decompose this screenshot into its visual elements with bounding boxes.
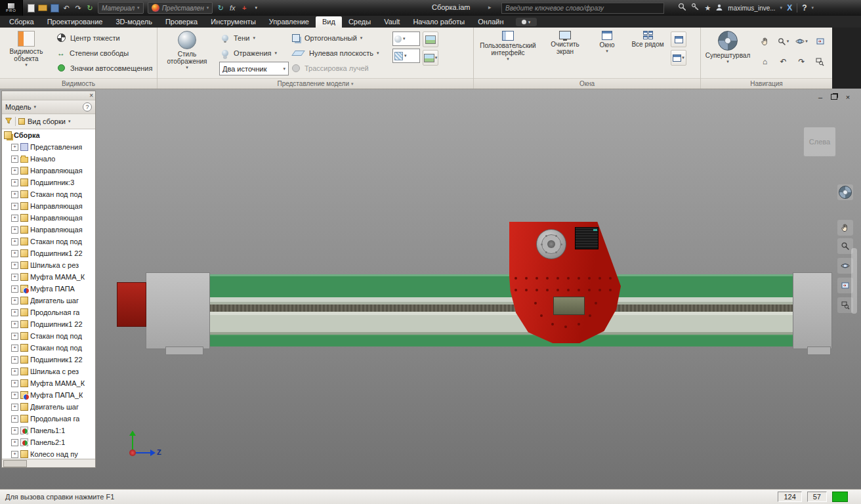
tile-all-button[interactable]: Все рядом (626, 29, 669, 48)
chevron-down-icon[interactable]: ▾ (68, 119, 71, 124)
tree-item[interactable]: +Колесо над пу (2, 448, 95, 459)
tree-item[interactable]: +Стакан под под (2, 342, 95, 354)
lead-screw[interactable] (146, 304, 832, 312)
tree-item[interactable]: +Стакан под под (2, 188, 95, 200)
mount-foot-left[interactable] (165, 346, 203, 355)
expand-toggle[interactable]: + (11, 439, 18, 446)
ribbon-display-toggle[interactable]: ▾ (516, 18, 537, 26)
expand-toggle[interactable]: + (11, 451, 18, 458)
tree-item[interactable]: +Панель2:1 (2, 436, 95, 448)
search-input[interactable] (501, 3, 664, 14)
ribbon-tab[interactable]: Вид (316, 16, 342, 28)
add-button[interactable]: + (239, 3, 249, 13)
tree-item[interactable]: +Подшипник1 22 (2, 354, 95, 366)
expand-toggle[interactable]: + (11, 309, 18, 316)
filter-icon[interactable] (5, 117, 12, 126)
degrees-of-freedom-button[interactable]: ↔ Степени свободы (52, 45, 156, 60)
tree-item[interactable]: +Продольная га (2, 306, 95, 318)
viewport-scrollbar[interactable] (851, 248, 857, 314)
expand-toggle[interactable]: + (11, 274, 18, 281)
open-button[interactable] (37, 3, 48, 13)
ribbon-tab[interactable]: 3D-модель (109, 16, 158, 28)
stepper-motor-left[interactable] (117, 282, 146, 327)
group-label-model-appearance[interactable]: Представление модели ▾ (158, 78, 473, 89)
carriage-plate[interactable] (509, 222, 621, 343)
tree-item[interactable]: +Муфта ПАПА (2, 283, 95, 295)
look-at-button[interactable] (811, 32, 829, 51)
tree-item[interactable]: +Представления (2, 141, 95, 153)
ribbon-tab[interactable]: Онлайн (471, 16, 510, 28)
expand-toggle[interactable]: + (11, 226, 18, 234)
expand-toggle[interactable]: + (11, 427, 18, 434)
save-button[interactable] (49, 3, 60, 13)
full-navigation-wheel-button[interactable] (837, 184, 853, 200)
linear-rail[interactable] (146, 274, 832, 346)
object-visibility-button[interactable]: Видимость объекта ▾ (0, 29, 52, 67)
expand-toggle[interactable]: + (11, 215, 18, 222)
tree-item[interactable]: +Двигатель шаг (2, 401, 95, 413)
expand-toggle[interactable]: + (11, 285, 18, 293)
tree-item[interactable]: +Шпилька с рез (2, 259, 95, 271)
bearing-block-right[interactable] (793, 272, 832, 349)
expand-toggle[interactable]: + (11, 321, 18, 328)
new-document-button[interactable] (26, 3, 36, 13)
pan-button[interactable] (756, 32, 774, 51)
expand-toggle[interactable]: + (11, 415, 18, 423)
imate-glyphs-button[interactable]: Значки автосовмещения (52, 60, 156, 75)
shadows-button[interactable]: Тени ▾ (217, 30, 287, 45)
ground-plane-button[interactable]: Нулевая плоскость ▾ (287, 45, 391, 60)
layers-dropdown-button[interactable]: ▾ (423, 50, 438, 66)
expand-toggle[interactable]: + (11, 238, 18, 245)
scrollbar-thumb[interactable] (3, 460, 27, 467)
tree-item[interactable]: +Шпилька с рез (2, 366, 95, 377)
expand-toggle[interactable]: + (11, 345, 18, 352)
ribbon-tab[interactable]: Проверка (159, 16, 204, 28)
tree-item[interactable]: +Начало (2, 153, 95, 165)
center-of-gravity-button[interactable]: Центр тяжести (52, 30, 156, 45)
lead-screw-nut[interactable] (553, 297, 585, 315)
pan-tool-button[interactable] (837, 220, 853, 236)
tree-item[interactable]: +Подшипник1 22 (2, 318, 95, 330)
cascade-windows-button[interactable] (671, 32, 686, 47)
tree-item[interactable]: +Направляющая (2, 212, 95, 224)
view-cube[interactable]: Слева (803, 127, 836, 157)
tree-item[interactable]: +Муфта ПАПА_К (2, 389, 95, 401)
minimize-button[interactable]: – (815, 93, 826, 101)
redo-button[interactable]: ↷ (73, 3, 83, 13)
zoom-window-button[interactable] (811, 52, 829, 72)
expand-toggle[interactable]: + (11, 404, 18, 411)
expand-toggle[interactable]: + (11, 156, 18, 163)
tree-item[interactable]: +Направляющая (2, 224, 95, 236)
expand-toggle[interactable]: + (11, 191, 18, 198)
switch-windows-dropdown[interactable]: ▾ (671, 50, 686, 66)
help-icon[interactable]: ? (83, 102, 92, 112)
expand-toggle[interactable]: + (11, 179, 18, 186)
appearance-combobox[interactable]: Представлен ▾ (148, 2, 213, 14)
home-view-button[interactable]: ⌂ (756, 52, 774, 72)
ribbon-tab[interactable]: Управление (262, 16, 316, 28)
expand-toggle[interactable]: + (11, 333, 18, 340)
mount-foot-right[interactable] (807, 346, 831, 355)
tree-item[interactable]: +Подшипник:3 (2, 177, 95, 188)
bearing-block-left[interactable] (146, 272, 210, 349)
appearance-mini-dropdown[interactable]: ▾ (392, 32, 420, 46)
expand-toggle[interactable]: + (11, 203, 18, 210)
user-interface-button[interactable]: Пользовательский интерфейс ▾ (474, 29, 542, 61)
favorites-star-icon[interactable]: ★ (704, 4, 711, 12)
lights-combobox[interactable]: Два источник ▾ (219, 62, 289, 75)
previous-view-button[interactable]: ↶ (774, 52, 792, 72)
browser-close-button[interactable]: × (89, 93, 93, 99)
browser-header[interactable]: Модель ▾ ? (2, 100, 95, 114)
close-button[interactable]: × (843, 93, 853, 101)
expand-toggle[interactable]: + (11, 297, 18, 304)
expand-toggle[interactable]: + (11, 144, 18, 151)
tree-item[interactable]: +Двигатель шаг (2, 295, 95, 306)
reflections-button[interactable]: Отражения ▾ (217, 45, 287, 60)
expand-toggle[interactable]: + (11, 380, 18, 387)
key-icon[interactable] (691, 2, 700, 14)
tree-item[interactable]: +Подшипник1 22 (2, 247, 95, 259)
tree-item[interactable]: Сборка (2, 129, 95, 141)
inventor-logo[interactable]: PRO (0, 0, 23, 16)
tree-item[interactable]: +Направляющая (2, 165, 95, 177)
tree-item[interactable]: +Панель1:1 (2, 425, 95, 436)
